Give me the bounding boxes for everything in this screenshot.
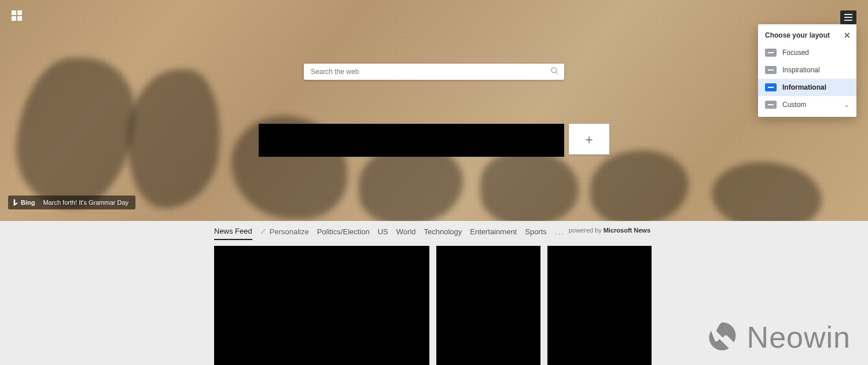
tab-technology[interactable]: Technology <box>424 227 462 239</box>
feed-card-redacted[interactable] <box>547 246 652 365</box>
hero-background: ＋ Bing March forth! It's Grammar Day Cho… <box>0 0 868 221</box>
layout-option-label: Inspirational <box>782 66 820 74</box>
feed-source-name: Microsoft News <box>604 227 650 234</box>
layout-option-focused[interactable]: Focused <box>758 44 856 61</box>
feed-card-redacted[interactable] <box>436 246 540 365</box>
tab-news-feed[interactable]: News Feed <box>214 227 252 240</box>
tab-personalize[interactable]: Personalize <box>260 227 309 239</box>
layout-option-label: Focused <box>782 49 809 57</box>
tab-entertainment[interactable]: Entertainment <box>470 227 517 239</box>
tab-politics[interactable]: Politics/Election <box>317 227 370 239</box>
add-quick-link-button[interactable]: ＋ <box>569 124 609 154</box>
neowin-logo-icon <box>707 320 739 355</box>
neowin-watermark: Neowin <box>707 320 851 355</box>
layout-option-label: Informational <box>782 83 826 91</box>
layout-option-informational[interactable]: Informational <box>758 79 856 96</box>
svg-point-0 <box>551 67 556 72</box>
plus-icon: ＋ <box>583 131 595 148</box>
bing-logo: Bing <box>13 198 35 207</box>
layout-option-icon <box>765 66 777 74</box>
decorative-shadow <box>9 58 141 208</box>
layout-flyout-title: Choose your layout <box>765 31 830 39</box>
layout-option-inspirational[interactable]: Inspirational <box>758 61 856 79</box>
neowin-watermark-text: Neowin <box>747 320 851 355</box>
feed-source-attribution: powered by Microsoft News <box>569 227 650 234</box>
layout-option-icon <box>765 101 777 109</box>
feed-card-redacted[interactable] <box>214 246 429 365</box>
layout-option-label: Custom <box>782 101 806 109</box>
layout-option-icon <box>765 49 777 57</box>
search-icon <box>550 67 559 78</box>
feed-source-prefix: powered by <box>569 227 604 234</box>
search-input[interactable] <box>304 68 545 76</box>
layout-option-custom[interactable]: Custom ⌄ <box>758 96 856 113</box>
tab-world[interactable]: World <box>396 227 416 239</box>
layout-option-icon <box>765 83 777 91</box>
decorative-shadow <box>480 150 579 221</box>
svg-line-1 <box>556 72 558 74</box>
decorative-shadow <box>590 150 689 221</box>
decorative-shadow <box>712 162 822 221</box>
chevron-down-icon: ⌄ <box>844 101 849 109</box>
layout-flyout: Choose your layout ✕ Focused Inspiration… <box>758 24 856 117</box>
tab-us[interactable]: US <box>378 227 388 239</box>
quick-links-row: ＋ <box>259 124 609 157</box>
search-bar <box>304 64 564 80</box>
search-button[interactable] <box>545 64 564 80</box>
page-settings-button[interactable] <box>840 10 856 24</box>
pencil-icon <box>260 227 267 236</box>
app-launcher-button[interactable] <box>12 10 22 21</box>
bing-image-caption[interactable]: Bing March forth! It's Grammar Day <box>8 196 135 209</box>
tab-more[interactable]: ··· <box>555 229 565 238</box>
tab-sports[interactable]: Sports <box>525 227 547 239</box>
bing-caption-text: March forth! It's Grammar Day <box>43 199 128 206</box>
tab-personalize-label: Personalize <box>270 227 309 236</box>
quick-links-redacted <box>259 124 564 157</box>
bing-logo-text: Bing <box>21 199 35 206</box>
decorative-shadow <box>123 69 225 208</box>
close-icon[interactable]: ✕ <box>844 31 851 39</box>
